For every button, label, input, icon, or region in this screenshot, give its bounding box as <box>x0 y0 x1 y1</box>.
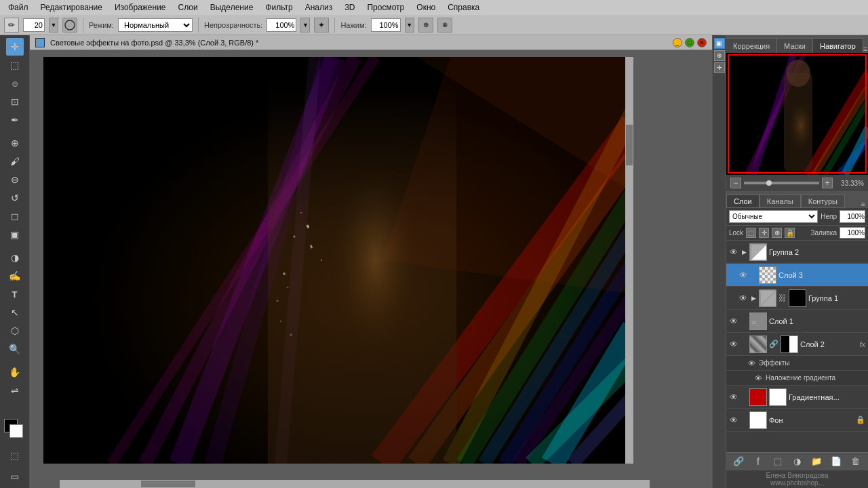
delete-layer-btn[interactable]: 🗑 <box>849 455 863 468</box>
window-restore-btn[interactable]: □ <box>685 38 694 47</box>
background-color[interactable] <box>9 424 23 438</box>
right-tool-2[interactable]: ⊕ <box>714 50 725 61</box>
press-arrow-btn[interactable]: ▼ <box>405 18 414 33</box>
gradient-tool[interactable]: ▣ <box>6 226 24 243</box>
add-mask-btn[interactable]: ⬚ <box>771 455 785 468</box>
layer-visibility-layer1[interactable]: 👁 <box>729 317 738 326</box>
eraser-tool[interactable]: ◻ <box>6 207 24 225</box>
menu-image[interactable]: Изображение <box>109 1 172 14</box>
layer-item-group1[interactable]: 👁 ▶ ⛓ Группа 1 <box>726 287 868 310</box>
tab-layers[interactable]: Слои <box>726 195 760 208</box>
menu-window[interactable]: Окно <box>411 1 441 14</box>
zoom-out-btn[interactable]: − <box>730 178 741 188</box>
warp-tool[interactable]: ⇌ <box>6 382 24 399</box>
path-select-tool[interactable]: ↖ <box>6 304 24 321</box>
layer-visibility-bg[interactable]: 👁 <box>729 415 738 425</box>
opacity-arrow-btn[interactable]: ▼ <box>300 18 310 33</box>
layer-item-layer3[interactable]: 👁 Слой 3 <box>726 264 868 287</box>
tab-correction[interactable]: Коррекция <box>726 38 777 53</box>
layer-visibility-gradient[interactable]: 👁 <box>729 392 738 402</box>
type-tool[interactable]: T <box>6 285 24 303</box>
link-layers-btn[interactable]: 🔗 <box>732 455 745 468</box>
layer-thumb-layer2 <box>749 336 767 353</box>
brush-size-down-btn[interactable]: ▼ <box>49 18 58 33</box>
layer-visibility-group2[interactable]: 👁 <box>729 247 738 257</box>
menu-edit[interactable]: Редактирование <box>35 1 108 14</box>
move-tool[interactable]: ✛ <box>6 38 24 56</box>
crop-tool[interactable]: ⊡ <box>6 93 24 110</box>
canvas-scrollbar-horizontal[interactable] <box>60 480 650 488</box>
canvas-wrapper[interactable] <box>43 57 633 464</box>
tablet-size-icon[interactable]: ⊗ <box>437 18 452 33</box>
panel-collapse-icon[interactable]: ≡ <box>863 45 867 53</box>
tab-channels[interactable]: Каналы <box>760 195 801 208</box>
window-minimize-btn[interactable]: _ <box>673 38 682 47</box>
window-close-btn[interactable]: ✕ <box>697 38 707 47</box>
brush-size-input[interactable] <box>23 18 45 32</box>
lasso-tool[interactable]: ⌾ <box>6 75 24 92</box>
screen-mode-btn[interactable]: ▭ <box>6 468 24 485</box>
lock-all-btn[interactable]: ⊕ <box>772 228 782 238</box>
history-brush[interactable]: ↺ <box>6 189 24 207</box>
layers-opacity-input[interactable] <box>840 210 865 223</box>
canvas-image[interactable] <box>43 57 633 464</box>
layer-item-group2[interactable]: 👁 ▶ Группа 2 <box>726 241 868 264</box>
add-group-btn[interactable]: 📁 <box>810 455 823 468</box>
gradient-overlay-visibility[interactable]: 👁 <box>753 374 763 382</box>
quick-mask-btn[interactable]: ⬚ <box>6 447 24 464</box>
blend-mode-select[interactable]: Нормальный <box>118 18 193 32</box>
menu-analysis[interactable]: Анализ <box>300 1 338 14</box>
menu-select[interactable]: Выделение <box>205 1 259 14</box>
brush-tool[interactable]: 🖌 <box>6 152 24 170</box>
tab-masks[interactable]: Маски <box>777 38 813 53</box>
airbrush-icon[interactable]: ✦ <box>314 18 329 33</box>
menu-layers[interactable]: Слои <box>173 1 203 14</box>
lock-image-btn[interactable]: 🔒 <box>785 228 795 238</box>
lock-position-btn[interactable]: ✛ <box>759 228 769 238</box>
right-tool-3[interactable]: ✛ <box>714 62 725 73</box>
hand-tool[interactable]: ✋ <box>6 363 24 381</box>
layer-visibility-group1[interactable]: 👁 <box>738 293 748 303</box>
menu-3d[interactable]: 3D <box>339 1 360 14</box>
adjustment-btn[interactable]: ◑ <box>790 455 804 468</box>
brush-preview-btn[interactable] <box>62 18 77 33</box>
tablet-pressure-icon[interactable]: ⊕ <box>418 18 433 33</box>
new-layer-btn[interactable]: 📄 <box>829 455 843 468</box>
effects-visibility-icon[interactable]: 👁 <box>747 359 756 367</box>
press-input[interactable] <box>371 18 401 32</box>
right-tool-1[interactable]: ▣ <box>714 38 725 49</box>
marquee-tool[interactable]: ⬚ <box>6 56 24 74</box>
tab-paths[interactable]: Контуры <box>801 195 845 208</box>
layer-item-layer1[interactable]: 👁 Слой 1 <box>726 310 868 333</box>
menu-filter[interactable]: Фильтр <box>260 1 298 14</box>
zoom-slider[interactable] <box>744 182 819 184</box>
zoom-in-btn[interactable]: + <box>822 178 833 188</box>
layer-item-background[interactable]: 👁 Фон 🔒 <box>726 409 868 432</box>
fill-input[interactable] <box>840 227 865 239</box>
layer-item-gradient-fill[interactable]: 👁 Градиентная... <box>726 386 868 409</box>
layer-visibility-layer3[interactable]: 👁 <box>738 270 748 280</box>
add-style-btn[interactable]: f <box>751 455 765 468</box>
layer-expand-group2[interactable]: ▶ <box>741 247 747 257</box>
layer-visibility-layer2[interactable]: 👁 <box>729 340 738 349</box>
opacity-input[interactable] <box>267 18 296 32</box>
dodge-tool[interactable]: ◑ <box>6 249 24 266</box>
menu-view[interactable]: Просмотр <box>361 1 410 14</box>
eyedropper-tool[interactable]: ✒ <box>6 111 24 129</box>
clone-tool[interactable]: ⊖ <box>6 171 24 188</box>
layer-expand-group1[interactable]: ▶ <box>750 293 757 303</box>
menu-help[interactable]: Справка <box>442 1 485 14</box>
healing-tool[interactable]: ⊕ <box>6 134 24 152</box>
lock-pixels-btn[interactable]: ⬚ <box>746 228 756 238</box>
effect-gradient-overlay[interactable]: 👁 Наложение градиента <box>726 371 868 386</box>
shape-tool[interactable]: ⬡ <box>6 322 24 340</box>
layer-item-layer2[interactable]: 👁 🔗 Слой 2 fx <box>726 333 868 356</box>
tab-navigator[interactable]: Навигатор <box>813 38 863 53</box>
brush-tool-icon[interactable]: ✏ <box>4 18 19 33</box>
menu-file[interactable]: Файл <box>3 1 34 14</box>
pen-tool[interactable]: ✍ <box>6 267 24 285</box>
zoom-tool[interactable]: 🔍 <box>6 340 24 358</box>
canvas-scrollbar-vertical[interactable] <box>625 57 633 464</box>
layers-blend-select[interactable]: Обычные <box>729 210 818 223</box>
layers-panel-options-icon[interactable]: ≡ <box>861 200 865 208</box>
